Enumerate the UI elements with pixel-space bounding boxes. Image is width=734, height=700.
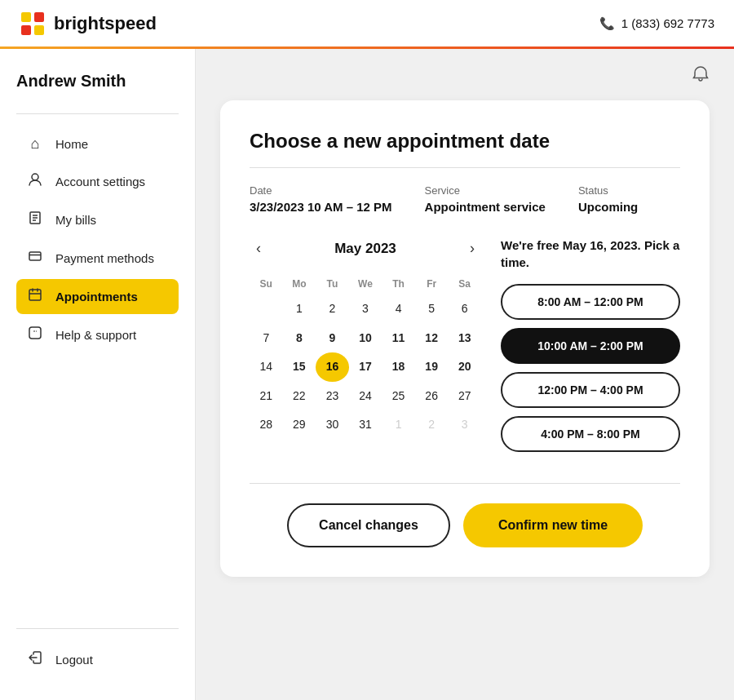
cal-day-next-1[interactable]: 1 xyxy=(382,410,415,440)
svg-rect-9 xyxy=(29,252,41,260)
cal-day-12[interactable]: 12 xyxy=(415,324,449,353)
sidebar-bottom: Logout xyxy=(16,615,179,677)
cal-day-3[interactable]: 3 xyxy=(349,295,382,324)
logout-icon xyxy=(26,650,44,669)
sidebar-top-divider xyxy=(16,113,179,114)
svg-rect-3 xyxy=(34,25,44,35)
cal-day-5[interactable]: 5 xyxy=(415,295,449,324)
cal-day-empty xyxy=(250,295,283,324)
cancel-changes-button[interactable]: Cancel changes xyxy=(287,503,450,547)
next-month-button[interactable]: › xyxy=(463,237,481,260)
cal-day-30[interactable]: 30 xyxy=(316,410,349,440)
time-slot-3[interactable]: 4:00 PM – 8:00 PM xyxy=(501,416,680,452)
appt-info-row: Date 3/23/2023 10 AM – 12 PM Service App… xyxy=(250,184,680,214)
cal-day-21[interactable]: 21 xyxy=(250,382,283,411)
cal-day-4[interactable]: 4 xyxy=(382,295,415,324)
phone-area: 📞 1 (833) 692 7773 xyxy=(599,16,714,31)
cal-day-16[interactable]: 16 xyxy=(316,352,349,382)
sidebar-user-name: Andrew Smith xyxy=(16,72,179,91)
cal-day-11[interactable]: 11 xyxy=(382,324,415,353)
help-icon xyxy=(26,326,44,344)
sidebar-item-bills-label: My bills xyxy=(55,213,96,227)
action-buttons: Cancel changes Confirm new time xyxy=(250,503,680,547)
appt-date-label: Date xyxy=(250,184,392,197)
calendar-month: May 2023 xyxy=(334,241,396,257)
cal-day-6[interactable]: 6 xyxy=(448,295,481,324)
cal-day-7[interactable]: 7 xyxy=(250,324,283,353)
appointments-icon xyxy=(26,287,44,306)
sidebar-item-appointments[interactable]: Appointments xyxy=(16,279,179,314)
cal-day-23[interactable]: 23 xyxy=(316,382,349,411)
cal-day-29[interactable]: 29 xyxy=(283,410,316,440)
appt-service-label: Service xyxy=(425,184,546,197)
appt-service-field: Service Appointment service xyxy=(425,184,546,214)
cal-day-10[interactable]: 10 xyxy=(349,324,382,353)
picker-layout: ‹ May 2023 › Su Mo Tu We Th Fr Sa xyxy=(250,237,680,460)
calendar-header: ‹ May 2023 › xyxy=(250,237,481,260)
sidebar-item-account[interactable]: Account settings xyxy=(16,164,179,199)
sidebar-item-payment-label: Payment methods xyxy=(55,251,154,265)
sidebar-item-appointments-label: Appointments xyxy=(55,290,138,303)
day-name-tu: Tu xyxy=(316,273,349,295)
sidebar-item-help-label: Help & support xyxy=(55,328,136,342)
cal-day-18[interactable]: 18 xyxy=(382,352,415,382)
cal-day-25[interactable]: 25 xyxy=(382,382,415,411)
header: brightspeed 📞 1 (833) 692 7773 xyxy=(0,0,734,49)
logout-button[interactable]: Logout xyxy=(16,642,179,677)
cal-day-31[interactable]: 31 xyxy=(349,410,382,440)
day-name-sa: Sa xyxy=(448,273,481,295)
notification-bar xyxy=(220,65,710,87)
bills-icon xyxy=(26,210,44,229)
svg-rect-1 xyxy=(34,12,44,22)
prev-month-button[interactable]: ‹ xyxy=(250,237,268,260)
sidebar-item-payment[interactable]: Payment methods xyxy=(16,241,179,276)
cal-day-14[interactable]: 14 xyxy=(250,352,283,382)
appt-status-field: Status Upcoming xyxy=(578,184,638,214)
day-name-su: Su xyxy=(250,273,283,295)
bell-icon[interactable] xyxy=(692,65,710,87)
svg-point-4 xyxy=(32,174,38,180)
cal-day-26[interactable]: 26 xyxy=(415,382,449,411)
cal-day-13[interactable]: 13 xyxy=(448,324,481,353)
cal-day-9[interactable]: 9 xyxy=(316,324,349,353)
time-slot-0[interactable]: 8:00 AM – 12:00 PM xyxy=(501,284,680,320)
phone-icon: 📞 xyxy=(599,16,615,31)
bottom-divider xyxy=(250,483,680,484)
confirm-new-time-button[interactable]: Confirm new time xyxy=(463,503,643,547)
cal-day-17[interactable]: 17 xyxy=(349,352,382,382)
svg-rect-15 xyxy=(29,327,41,339)
cal-day-15[interactable]: 15 xyxy=(283,352,316,382)
cal-day-next-3[interactable]: 3 xyxy=(448,410,481,440)
cal-day-27[interactable]: 27 xyxy=(448,382,481,411)
card-title: Choose a new appointment date xyxy=(250,130,680,153)
time-picker-header: We're free May 16, 2023. Pick a time. xyxy=(501,237,680,271)
cal-day-20[interactable]: 20 xyxy=(448,352,481,382)
sidebar-nav: ⌂ Home Account settings My bills Pay xyxy=(16,127,179,615)
cal-day-next-2[interactable]: 2 xyxy=(415,410,449,440)
appt-status-label: Status xyxy=(578,184,638,197)
cal-day-28[interactable]: 28 xyxy=(250,410,283,440)
sidebar-item-home[interactable]: ⌂ Home xyxy=(16,127,179,161)
time-slot-1[interactable]: 10:00 AM – 2:00 PM xyxy=(501,328,680,364)
sidebar: Andrew Smith ⌂ Home Account settings My … xyxy=(0,49,196,700)
cal-day-1[interactable]: 1 xyxy=(283,295,316,324)
main-content: Choose a new appointment date Date 3/23/… xyxy=(196,49,734,700)
time-slot-2[interactable]: 12:00 PM – 4:00 PM xyxy=(501,372,680,408)
svg-rect-11 xyxy=(29,290,41,300)
sidebar-item-help[interactable]: Help & support xyxy=(16,317,179,352)
cal-day-24[interactable]: 24 xyxy=(349,382,382,411)
cal-day-8[interactable]: 8 xyxy=(283,324,316,353)
logo: brightspeed xyxy=(20,11,157,37)
cal-day-2[interactable]: 2 xyxy=(316,295,349,324)
cal-day-22[interactable]: 22 xyxy=(283,382,316,411)
phone-number: 1 (833) 692 7773 xyxy=(621,16,714,30)
sidebar-item-home-label: Home xyxy=(55,137,88,151)
appt-status-value: Upcoming xyxy=(578,200,638,214)
home-icon: ⌂ xyxy=(26,135,44,153)
logo-text: brightspeed xyxy=(54,13,157,34)
appointment-card: Choose a new appointment date Date 3/23/… xyxy=(220,100,710,577)
sidebar-item-bills[interactable]: My bills xyxy=(16,202,179,237)
cal-day-19[interactable]: 19 xyxy=(415,352,449,382)
calendar: ‹ May 2023 › Su Mo Tu We Th Fr Sa xyxy=(250,237,481,440)
day-name-we: We xyxy=(349,273,382,295)
